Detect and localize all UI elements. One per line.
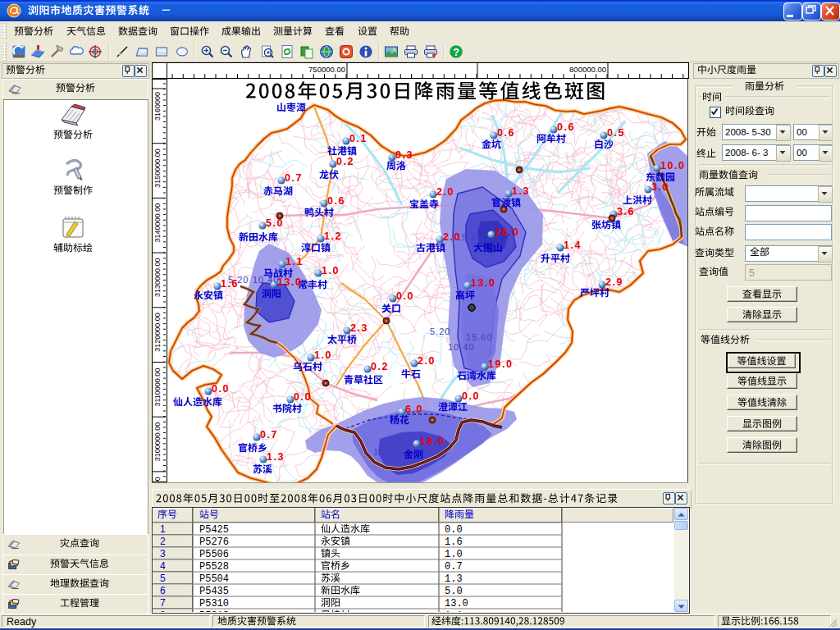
svg-text:13.0: 13.0 <box>445 598 468 609</box>
svg-text:P5528: P5528 <box>199 561 229 573</box>
svg-text:1.6: 1.6 <box>445 536 463 548</box>
svg-text:P5506: P5506 <box>199 549 229 560</box>
svg-text:1.3: 1.3 <box>445 573 463 585</box>
svg-text:00: 00 <box>797 148 807 158</box>
svg-text:P5318: P5318 <box>199 610 229 622</box>
svg-text:00: 00 <box>797 127 807 137</box>
svg-text:3130000.00: 3130000.00 <box>153 258 162 298</box>
svg-text:3140000.00: 3140000.00 <box>153 203 162 243</box>
svg-text:3110000.00: 3110000.00 <box>153 368 162 407</box>
svg-text:3: 3 <box>160 548 166 559</box>
svg-text:?: ? <box>453 47 459 58</box>
svg-text:4: 4 <box>160 560 166 572</box>
svg-text:750000.00: 750000.00 <box>308 65 345 74</box>
svg-text:5.0: 5.0 <box>445 586 463 597</box>
svg-text:0.0: 0.0 <box>445 524 463 536</box>
svg-text:1.0: 1.0 <box>445 549 463 560</box>
svg-text:P5435: P5435 <box>199 586 229 597</box>
svg-text:Ready: Ready <box>7 616 37 628</box>
svg-text:3120000.00: 3120000.00 <box>153 313 162 352</box>
svg-text:3160000: 3160000 <box>153 92 162 121</box>
svg-text:5: 5 <box>160 573 166 584</box>
svg-text:P5276: P5276 <box>199 536 229 548</box>
svg-text:5: 5 <box>749 267 755 279</box>
svg-text:7: 7 <box>160 597 166 609</box>
svg-text:2008- 5-30: 2008- 5-30 <box>725 127 771 137</box>
svg-text:800000.00: 800000.00 <box>569 65 606 74</box>
svg-text:P5310: P5310 <box>199 598 229 609</box>
svg-text:3150000.00: 3150000.00 <box>153 148 162 188</box>
svg-text:0.7: 0.7 <box>445 561 463 573</box>
svg-text:6: 6 <box>160 585 166 596</box>
svg-text:P5504: P5504 <box>199 573 229 585</box>
svg-text:3100000.00: 3100000.00 <box>153 422 162 462</box>
svg-text:1.1: 1.1 <box>445 610 463 622</box>
svg-text:P5425: P5425 <box>199 524 229 536</box>
svg-text:2: 2 <box>160 536 166 547</box>
svg-text:1: 1 <box>160 523 166 535</box>
svg-text:8: 8 <box>160 609 166 621</box>
svg-text:2008- 6- 3: 2008- 6- 3 <box>725 148 768 158</box>
